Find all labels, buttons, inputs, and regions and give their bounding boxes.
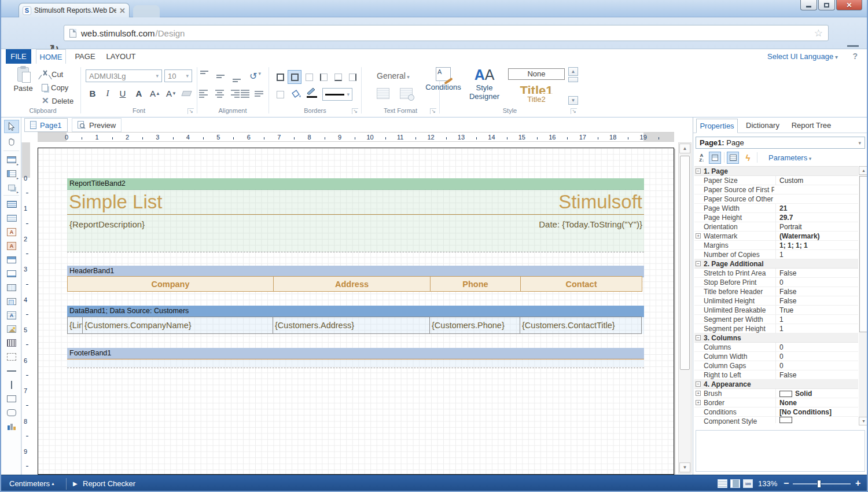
property-row[interactable]: +BrushSolid [694, 389, 858, 398]
property-value[interactable]: False [775, 287, 858, 296]
image-tool[interactable] [4, 322, 19, 336]
collapse-icon[interactable]: − [696, 381, 701, 387]
window-close-button[interactable]: ✕ [836, 0, 862, 10]
property-value[interactable]: 0 [775, 361, 858, 370]
property-row[interactable]: Paper Source of First P [694, 185, 858, 194]
sort-categorized-icon[interactable] [709, 152, 721, 164]
property-value[interactable]: None [775, 398, 858, 407]
footer-panel-tool[interactable] [4, 267, 19, 280]
italic-button[interactable]: I [101, 87, 115, 100]
property-row[interactable]: Segment per Height1 [694, 324, 858, 333]
tab-report-tree[interactable]: Report Tree [787, 119, 836, 133]
border-right-icon[interactable] [346, 71, 359, 83]
header-column-cell[interactable]: Company [67, 276, 274, 292]
browser-tab[interactable]: S Stimulsoft Reports.Web De ✕ [19, 3, 130, 17]
property-row[interactable]: Page Width21 [694, 204, 858, 213]
tab-properties[interactable]: Properties [696, 119, 738, 133]
tab-preview[interactable]: Preview [72, 118, 122, 132]
align-center-icon[interactable] [213, 88, 226, 100]
property-value[interactable]: 0 [775, 352, 858, 361]
align-justify-icon[interactable] [241, 88, 253, 100]
report-title-text[interactable]: Simple List [69, 191, 162, 213]
conditions-button[interactable]: A Conditions [425, 67, 462, 91]
property-row[interactable]: Segment per Width1 [694, 315, 858, 324]
rich-text-tool[interactable] [4, 309, 19, 322]
sort-alphabetical-icon[interactable]: AZ↓ [696, 152, 708, 164]
data-field-cell[interactable]: {Customers.ContactTitle} [520, 317, 642, 334]
borders-dialog-launcher-icon[interactable]: ↘ [352, 108, 358, 114]
events-lightning-icon[interactable]: ϟ [742, 152, 754, 164]
rounded-rectangle-tool[interactable] [4, 406, 19, 419]
grow-font-button[interactable]: A▲ [148, 87, 162, 100]
align-top-icon[interactable] [200, 71, 213, 82]
tab-page1-document[interactable]: Page1 [24, 118, 68, 132]
text-tool[interactable] [4, 225, 19, 238]
address-bar[interactable]: web.stimulsoft.com/Design ☆ [64, 25, 829, 41]
property-grid-scrollbar[interactable]: ▲ ▼ [859, 166, 868, 425]
tab-dictionary[interactable]: Dictionary [741, 119, 785, 133]
zoom-out-button[interactable]: − [784, 475, 789, 491]
property-row[interactable]: Column Width0 [694, 352, 858, 361]
zoom-slider-track[interactable] [793, 483, 851, 484]
header-panel-tool[interactable] [4, 253, 19, 266]
property-value[interactable]: 21 [775, 204, 858, 213]
canvas-scroll-thumb[interactable] [680, 156, 690, 370]
report-page-canvas[interactable]: ReportTitleBand2 Simple List Stimulsoft … [38, 148, 674, 475]
expand-icon[interactable]: + [696, 233, 701, 238]
font-family-select[interactable]: ADMUI3Lg [86, 69, 162, 82]
paste-button[interactable]: Paste [9, 67, 37, 93]
report-description-text[interactable]: {ReportDescription} [69, 219, 145, 229]
page-width-view-icon[interactable] [730, 479, 740, 488]
bands-menu[interactable]: ▸ [4, 153, 19, 166]
style-gallery-down-icon[interactable]: ▼ [568, 96, 578, 105]
zoom-100-icon[interactable] [743, 479, 753, 488]
property-row[interactable]: Stop Before Print0 [694, 278, 858, 287]
clear-format-button[interactable] [179, 87, 193, 100]
text-in-cells-tool[interactable] [4, 239, 19, 252]
window-maximize-button[interactable] [818, 0, 835, 10]
table-tool[interactable] [4, 281, 19, 294]
style-dialog-launcher-icon[interactable]: ↘ [571, 108, 577, 114]
property-row[interactable]: Paper SizeCustom [694, 176, 858, 185]
zoom-slider-thumb[interactable] [817, 480, 821, 488]
underline-button[interactable]: U [116, 87, 130, 100]
property-row[interactable]: Column Gaps0 [694, 361, 858, 370]
components-menu[interactable]: ▸ [4, 181, 19, 194]
report-checker-button[interactable]: Report Checker [83, 475, 135, 492]
font-size-select[interactable]: 10 [164, 69, 192, 82]
property-scroll-thumb[interactable] [859, 176, 868, 332]
align-left-icon[interactable] [199, 88, 212, 100]
property-row[interactable]: Unlimited HeightFalse [694, 296, 858, 306]
select-ui-language-dropdown[interactable]: Select UI Language [767, 49, 838, 64]
scroll-up-icon[interactable]: ▲ [859, 166, 868, 175]
data-field-cell[interactable]: {Lin [67, 317, 83, 334]
property-row[interactable]: Number of Copies1 [694, 250, 858, 259]
bookmark-star-icon[interactable]: ☆ [814, 27, 823, 39]
property-category[interactable]: −1. Page [694, 167, 858, 176]
whole-page-view-icon[interactable] [718, 479, 727, 488]
fill-color-icon[interactable] [290, 88, 303, 101]
collapse-icon[interactable]: − [696, 168, 701, 174]
properties-view-icon[interactable] [727, 152, 739, 164]
scroll-up-icon[interactable]: ▲ [679, 144, 690, 153]
style-gallery-up-icon[interactable]: ▲ [568, 67, 578, 76]
cross-bands-menu[interactable]: ▸ [4, 167, 19, 180]
property-value[interactable]: 0 [775, 278, 858, 287]
style-gallery-item-title2[interactable]: Title2 [508, 95, 565, 104]
delete-button[interactable]: ✕Delete [42, 95, 73, 107]
property-value[interactable]: 1 [775, 315, 858, 324]
property-value[interactable]: 1 [775, 324, 858, 333]
number-format-select[interactable]: General [377, 71, 410, 80]
child-band-tool[interactable] [4, 211, 19, 225]
band-tool[interactable] [4, 197, 19, 211]
border-outside-icon[interactable] [288, 71, 301, 83]
tab-layout[interactable]: LAYOUT [103, 49, 139, 64]
property-value[interactable]: False [775, 370, 858, 380]
property-row[interactable]: Right to LeftFalse [694, 370, 858, 380]
style-designer-button[interactable]: AA Style Designer [465, 67, 503, 101]
property-value[interactable]: Solid [775, 389, 858, 398]
property-row[interactable]: Columns0 [694, 343, 858, 352]
expand-icon[interactable]: + [696, 391, 701, 396]
horizontal-line-tool[interactable] [4, 364, 19, 377]
report-brand-text[interactable]: Stimulsoft [558, 191, 642, 213]
